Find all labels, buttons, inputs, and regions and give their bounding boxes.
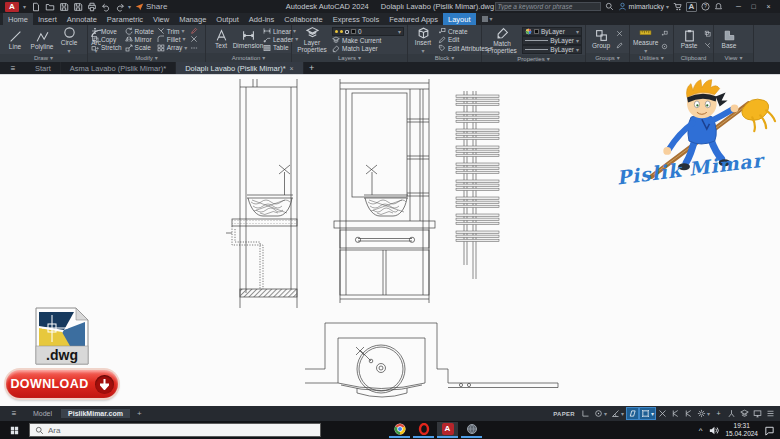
offset-icon[interactable] bbox=[190, 44, 198, 52]
grid-icon[interactable] bbox=[580, 408, 591, 419]
autocad-app-icon[interactable]: A bbox=[5, 2, 19, 12]
taskbar-clock[interactable]: 19:31 15.04.2024 bbox=[725, 422, 758, 438]
start-button[interactable] bbox=[5, 422, 23, 438]
new-drawing-icon[interactable]: + bbox=[304, 62, 320, 74]
tool-mirror[interactable]: Mirror bbox=[125, 35, 154, 43]
ribbon-tab-output[interactable]: Output bbox=[211, 13, 244, 25]
panel-label-modify[interactable]: Modify▾ bbox=[88, 53, 205, 62]
taskbar-search-input[interactable] bbox=[48, 426, 315, 435]
polar-tracking-icon[interactable]: ▾ bbox=[610, 408, 625, 419]
erase-icon[interactable] bbox=[190, 27, 198, 35]
autodesk-a-icon[interactable]: A bbox=[686, 2, 697, 12]
tool-move[interactable]: Move bbox=[91, 27, 122, 35]
autocad-taskbar-icon[interactable]: A bbox=[437, 422, 458, 438]
object-snap-icon[interactable]: ▾ bbox=[640, 408, 655, 419]
panel-label-properties[interactable]: Properties▾ bbox=[482, 55, 585, 62]
file-tab-start[interactable]: Start bbox=[26, 62, 61, 74]
help-search-box[interactable] bbox=[495, 2, 601, 11]
workspace-gear-icon[interactable]: ▾ bbox=[696, 408, 711, 419]
save-as-icon[interactable] bbox=[72, 2, 83, 12]
tool-trim[interactable]: Trim▾ bbox=[157, 27, 188, 35]
new-layout-icon[interactable]: + bbox=[132, 409, 147, 418]
ribbon-tab-insert[interactable]: Insert bbox=[33, 13, 62, 25]
tool-polyline[interactable]: Polyline bbox=[30, 26, 54, 54]
annotation-scale-icon[interactable] bbox=[683, 408, 694, 419]
tool-scale[interactable]: Scale bbox=[125, 44, 154, 52]
tool-match-layer[interactable]: Match Layer bbox=[332, 45, 404, 53]
minimize-button[interactable]: ─ bbox=[732, 1, 745, 12]
panel-label-block[interactable]: Block▾ bbox=[408, 54, 481, 62]
cut-clip-icon[interactable] bbox=[704, 42, 711, 49]
globe-app-icon[interactable] bbox=[461, 422, 482, 438]
plot-icon[interactable] bbox=[86, 2, 97, 12]
layout-tabs-menu-icon[interactable]: ≡ bbox=[4, 409, 24, 418]
account-menu[interactable]: mimarlucky ▾ bbox=[618, 2, 669, 11]
tool-layer-properties[interactable]: Layer Properties bbox=[295, 26, 329, 54]
close-button[interactable]: × bbox=[762, 1, 775, 12]
qat-dropdown-icon[interactable]: ▾ bbox=[128, 4, 131, 10]
model-tab[interactable]: Model bbox=[26, 409, 59, 418]
explode-icon[interactable] bbox=[190, 35, 198, 43]
tool-array[interactable]: Array▾ bbox=[157, 44, 188, 52]
ribbon-tab-featured-apps[interactable]: Featured Apps bbox=[384, 13, 443, 25]
app-menu-dropdown-icon[interactable]: ▾ bbox=[23, 4, 26, 10]
panel-label-utilities[interactable]: Utilities▾ bbox=[630, 54, 673, 62]
ribbon-tab-annotate[interactable]: Annotate bbox=[62, 13, 102, 25]
drawing-viewport[interactable]: Pislik Mimar .dwg DOWNLOAD bbox=[0, 74, 780, 406]
layout-tab-pislikmimar[interactable]: PislikMimar.com bbox=[61, 409, 130, 418]
open-file-icon[interactable] bbox=[44, 2, 55, 12]
tool-fillet[interactable]: Fillet▾ bbox=[157, 35, 188, 43]
new-file-icon[interactable] bbox=[30, 2, 41, 12]
ribbon-tab-collaborate[interactable]: Collaborate bbox=[279, 13, 327, 25]
snap-icon[interactable]: ▾ bbox=[593, 408, 608, 419]
copy-clip-icon[interactable] bbox=[704, 30, 711, 37]
notification-bell-icon[interactable] bbox=[714, 2, 723, 11]
ungroup-icon[interactable] bbox=[616, 30, 623, 37]
tool-text[interactable]: Text bbox=[209, 26, 233, 53]
tool-copy[interactable]: Copy bbox=[91, 35, 122, 43]
panel-label-draw[interactable]: Draw▾ bbox=[0, 54, 87, 62]
speaker-icon[interactable] bbox=[708, 425, 719, 436]
ribbon-tab-home[interactable]: Home bbox=[3, 13, 33, 25]
close-tab-icon[interactable]: × bbox=[290, 65, 294, 72]
panel-label-view[interactable]: View▾ bbox=[714, 53, 753, 62]
lineweight-dropdown[interactable]: ByLayer▾ bbox=[522, 36, 582, 45]
panel-label-clipboard[interactable]: Clipboard bbox=[674, 53, 713, 62]
ribbon-tab-addins[interactable]: Add-ins bbox=[244, 13, 279, 25]
search-icon[interactable] bbox=[605, 2, 614, 11]
ribbon-options[interactable]: ▾ bbox=[476, 13, 499, 25]
panel-label-layers[interactable]: Layers▾ bbox=[292, 54, 407, 62]
customize-icon[interactable] bbox=[765, 408, 776, 419]
tool-insert[interactable]: Insert▾ bbox=[411, 26, 435, 54]
annotation-monitor-icon[interactable]: + bbox=[713, 408, 724, 419]
download-button[interactable]: DOWNLOAD bbox=[6, 370, 118, 398]
ribbon-tab-manage[interactable]: Manage bbox=[174, 13, 211, 25]
tool-match-properties[interactable]: Match Properties bbox=[485, 26, 519, 55]
object-color-dropdown[interactable]: ByLayer▾ bbox=[522, 27, 582, 36]
tool-circle[interactable]: Circle▾ bbox=[57, 26, 81, 54]
panel-label-annotation[interactable]: Annotation▾ bbox=[206, 53, 291, 62]
undo-icon[interactable] bbox=[100, 2, 111, 12]
ribbon-tab-express-tools[interactable]: Express Tools bbox=[328, 13, 385, 25]
autoscale-icon[interactable] bbox=[670, 408, 681, 419]
file-tab-asma-lavabo[interactable]: Asma Lavabo (Pislik Mimar)* bbox=[61, 62, 176, 74]
tool-make-current[interactable]: Make Current bbox=[332, 36, 404, 44]
cart-icon[interactable] bbox=[673, 2, 682, 11]
file-tabs-menu-icon[interactable]: ≡ bbox=[0, 62, 26, 74]
tool-base[interactable]: Base bbox=[717, 26, 741, 53]
space-mode-label[interactable]: PAPER bbox=[553, 411, 575, 417]
ribbon-tab-layout[interactable]: Layout bbox=[443, 13, 476, 25]
ribbon-tab-parametric[interactable]: Parametric bbox=[102, 13, 148, 25]
id-point-icon[interactable] bbox=[661, 43, 668, 50]
panel-label-groups[interactable]: Groups▾ bbox=[586, 53, 629, 62]
group-edit-icon[interactable] bbox=[616, 42, 623, 49]
tool-line[interactable]: Line bbox=[3, 26, 27, 54]
save-icon[interactable] bbox=[58, 2, 69, 12]
share-button[interactable]: Share bbox=[135, 2, 167, 11]
tool-paste[interactable]: Paste bbox=[677, 26, 701, 53]
quick-select-icon[interactable] bbox=[661, 30, 668, 37]
units-tray-icon[interactable] bbox=[726, 408, 737, 419]
linetype-dropdown[interactable]: ByLayer▾ bbox=[522, 45, 582, 54]
tool-dimension[interactable]: Dimension bbox=[236, 26, 260, 53]
file-tab-dolapli-lavabo[interactable]: Dolaplı Lavabo (Pislik Mimar)*× bbox=[176, 62, 304, 74]
